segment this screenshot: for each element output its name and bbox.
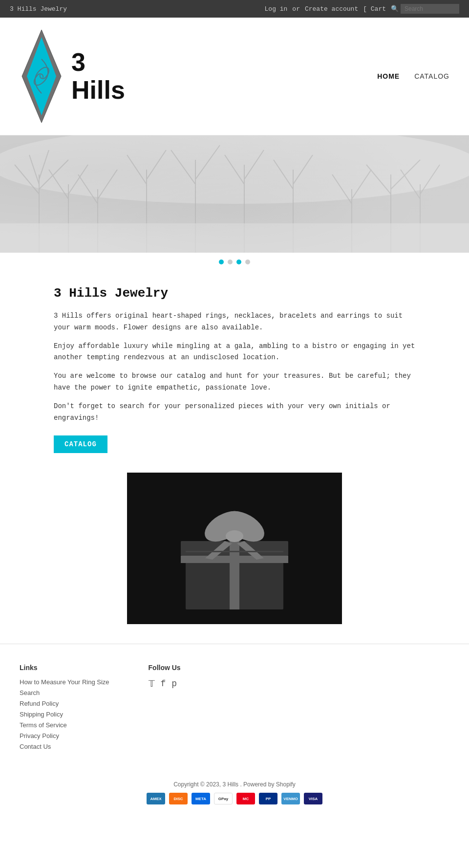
footer-link-refund[interactable]: Refund Policy — [20, 700, 59, 707]
venmo-icon: VENMO — [281, 793, 300, 804]
footer-links-list: How to Measure Your Ring Size Search Ref… — [20, 678, 109, 751]
header: 3 Hills HOME CATALOG — [0, 18, 469, 135]
footer-link-search[interactable]: Search — [20, 689, 40, 696]
list-item: Contact Us — [20, 743, 109, 751]
para-2: Enjoy affordable luxury while mingling a… — [54, 341, 415, 364]
search-wrap: 🔍 — [391, 4, 459, 14]
footer-link-contact[interactable]: Contact Us — [20, 743, 51, 750]
footer-bottom: Copyright © 2023, 3 Hills . Powered by S… — [0, 773, 469, 812]
para-3: You are welcome to browse our catalog an… — [54, 370, 415, 394]
facebook-icon[interactable]: f — [161, 679, 166, 689]
gift-image-section — [44, 473, 425, 624]
logo-area: 3 Hills — [20, 27, 125, 125]
create-account-link[interactable]: Create account — [305, 5, 358, 13]
para-4: Don't forget to search for your personal… — [54, 401, 415, 424]
top-bar-right: Log in or Create account [ Cart 🔍 — [265, 4, 459, 14]
main-nav: HOME CATALOG — [377, 72, 449, 80]
payment-icons: AMEX DISC META GPay MC PP VENMO VISA — [8, 793, 461, 804]
meta-icon: META — [192, 793, 210, 804]
footer-link-ring-size[interactable]: How to Measure Your Ring Size — [20, 678, 109, 686]
list-item: Terms of Service — [20, 721, 109, 729]
search-icon: 🔍 — [391, 5, 399, 13]
gift-box-image — [127, 473, 342, 624]
footer-top: Links How to Measure Your Ring Size Sear… — [0, 644, 469, 773]
footer-follow-section: Follow Us 𝕋 f p — [149, 664, 181, 754]
dot-2[interactable] — [228, 260, 233, 264]
svg-marker-1 — [27, 37, 56, 115]
footer-follow-heading: Follow Us — [149, 664, 181, 672]
logo-text: 3 Hills — [71, 48, 125, 104]
nav-home[interactable]: HOME — [377, 72, 400, 80]
paypal-icon: PP — [259, 793, 277, 804]
footer-links-heading: Links — [20, 664, 109, 672]
site-name-topbar: 3 Hills Jewelry — [10, 5, 67, 13]
top-bar: 3 Hills Jewelry Log in or Create account… — [0, 0, 469, 18]
list-item: How to Measure Your Ring Size — [20, 678, 109, 686]
cart-button[interactable]: [ Cart — [363, 5, 386, 13]
footer-link-privacy[interactable]: Privacy Policy — [20, 732, 59, 739]
pinterest-icon[interactable]: p — [171, 679, 177, 689]
mastercard-icon: MC — [236, 793, 255, 804]
catalog-button[interactable]: CATALOG — [54, 435, 107, 453]
dot-3[interactable] — [236, 260, 241, 264]
svg-rect-41 — [181, 556, 288, 563]
gpay-icon: GPay — [214, 793, 233, 804]
logo-diamond-icon — [20, 27, 64, 125]
list-item: Search — [20, 689, 109, 697]
login-link[interactable]: Log in — [265, 5, 288, 13]
or-text: or — [292, 5, 300, 13]
nav-catalog[interactable]: CATALOG — [414, 72, 449, 80]
footer-links-section: Links How to Measure Your Ring Size Sear… — [20, 664, 109, 754]
para-1: 3 Hills offers original heart-shaped rin… — [54, 310, 415, 334]
svg-point-44 — [226, 530, 243, 542]
list-item: Shipping Policy — [20, 711, 109, 718]
main-content: 3 Hills Jewelry 3 Hills offers original … — [44, 286, 425, 453]
copyright-text: Copyright © 2023, 3 Hills . Powered by S… — [8, 781, 461, 788]
main-title: 3 Hills Jewelry — [54, 286, 415, 301]
footer-link-shipping[interactable]: Shipping Policy — [20, 711, 63, 718]
list-item: Privacy Policy — [20, 732, 109, 740]
footer-link-terms[interactable]: Terms of Service — [20, 721, 67, 729]
svg-rect-36 — [0, 223, 469, 253]
svg-rect-45 — [186, 551, 283, 552]
search-input[interactable] — [401, 4, 459, 14]
twitter-icon[interactable]: 𝕋 — [149, 678, 155, 689]
social-icons: 𝕋 f p — [149, 678, 181, 689]
discover-icon: DISC — [169, 793, 188, 804]
hero-slideshow — [0, 135, 469, 253]
dot-4[interactable] — [245, 260, 250, 264]
visa-icon: VISA — [304, 793, 322, 804]
amex-icon: AMEX — [147, 793, 165, 804]
slideshow-dots — [0, 253, 469, 271]
hero-trees-icon — [0, 135, 469, 253]
list-item: Refund Policy — [20, 700, 109, 708]
dot-1[interactable] — [219, 260, 224, 264]
